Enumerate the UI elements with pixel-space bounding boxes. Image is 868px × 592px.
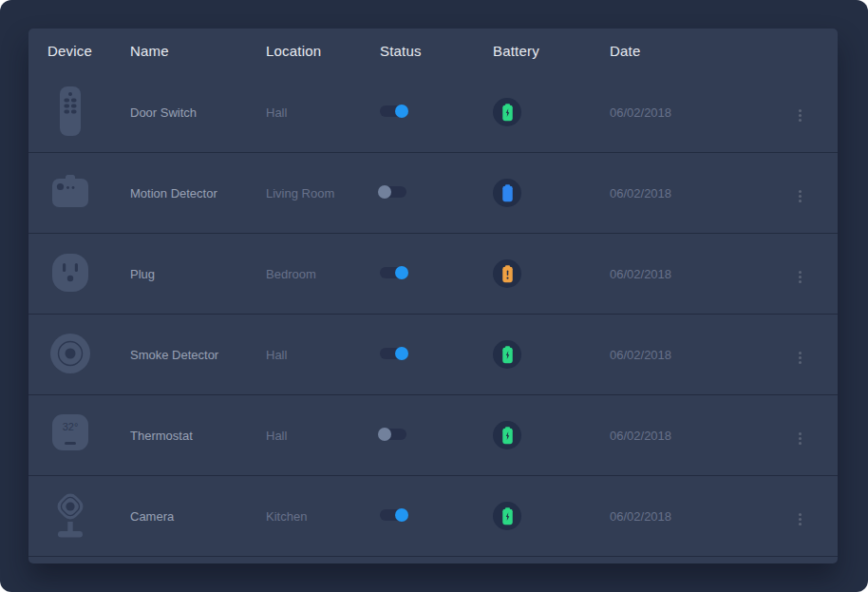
table-body: Door Switch Hall 06/02/2018 Motion Detec… (28, 72, 838, 557)
kebab-menu-icon[interactable] (796, 268, 804, 286)
status-toggle[interactable] (380, 105, 406, 117)
plug-icon (47, 244, 93, 301)
device-name: Camera (130, 509, 266, 524)
device-location: Kitchen (266, 509, 380, 524)
kebab-menu-icon[interactable] (796, 430, 804, 448)
kebab-menu-icon[interactable] (796, 510, 804, 528)
column-header-status: Status (380, 43, 493, 59)
device-table-card: Device Name Location Status Battery Date… (28, 29, 838, 563)
device-name: Motion Detector (130, 186, 266, 201)
table-row: Motion Detector Living Room 06/02/2018 (28, 153, 838, 234)
battery-indicator (493, 421, 521, 449)
status-toggle[interactable] (380, 509, 406, 521)
device-date: 06/02/2018 (610, 267, 796, 281)
device-location: Hall (266, 348, 380, 362)
thermostat-icon (47, 406, 93, 463)
toggle-knob (395, 266, 408, 279)
battery-indicator (493, 340, 521, 369)
toggle-knob (395, 347, 408, 360)
device-location: Hall (266, 105, 380, 120)
device-date: 06/02/2018 (610, 348, 796, 362)
status-toggle[interactable] (380, 267, 406, 278)
toggle-knob (378, 428, 391, 441)
battery-indicator (493, 259, 521, 288)
column-header-date: Date (610, 43, 796, 59)
table-row: Camera Kitchen 06/02/2018 (28, 476, 838, 557)
column-header-battery: Battery (493, 43, 610, 59)
device-date: 06/02/2018 (610, 429, 796, 443)
device-name: Door Switch (130, 105, 266, 120)
device-date: 06/02/2018 (610, 186, 796, 201)
toggle-knob (395, 508, 408, 522)
toggle-knob (378, 185, 391, 199)
smoke-detector-icon (47, 325, 93, 382)
status-toggle[interactable] (380, 348, 406, 359)
kebab-menu-icon[interactable] (796, 349, 804, 367)
battery-indicator (493, 179, 521, 207)
device-location: Bedroom (266, 267, 380, 281)
door-switch-remote-icon (47, 83, 93, 140)
column-header-name: Name (130, 43, 266, 59)
table-row: Smoke Detector Hall 06/02/2018 (28, 315, 838, 395)
battery-indicator (493, 502, 521, 530)
status-toggle[interactable] (380, 429, 406, 440)
device-name: Smoke Detector (130, 348, 266, 362)
device-name: Plug (130, 267, 266, 281)
device-location: Hall (266, 429, 380, 443)
device-date: 06/02/2018 (610, 509, 796, 524)
table-row: Door Switch Hall 06/02/2018 (28, 72, 838, 153)
device-date: 06/02/2018 (610, 105, 796, 120)
table-row: Thermostat Hall 06/02/2018 (28, 395, 838, 476)
table-row: Plug Bedroom 06/02/2018 (28, 234, 838, 315)
toggle-knob (395, 105, 408, 118)
battery-indicator (493, 98, 521, 126)
device-name: Thermostat (130, 429, 266, 443)
camera-icon (47, 487, 93, 544)
kebab-menu-icon[interactable] (796, 106, 804, 124)
device-location: Living Room (266, 186, 380, 201)
table-header: Device Name Location Status Battery Date (28, 29, 838, 72)
motion-detector-icon (47, 163, 93, 220)
kebab-menu-icon[interactable] (796, 187, 804, 205)
status-toggle[interactable] (380, 186, 406, 198)
column-header-location: Location (266, 43, 380, 59)
smart-home-dashboard: Device Name Location Status Battery Date… (0, 0, 868, 592)
column-header-device: Device (47, 43, 130, 59)
